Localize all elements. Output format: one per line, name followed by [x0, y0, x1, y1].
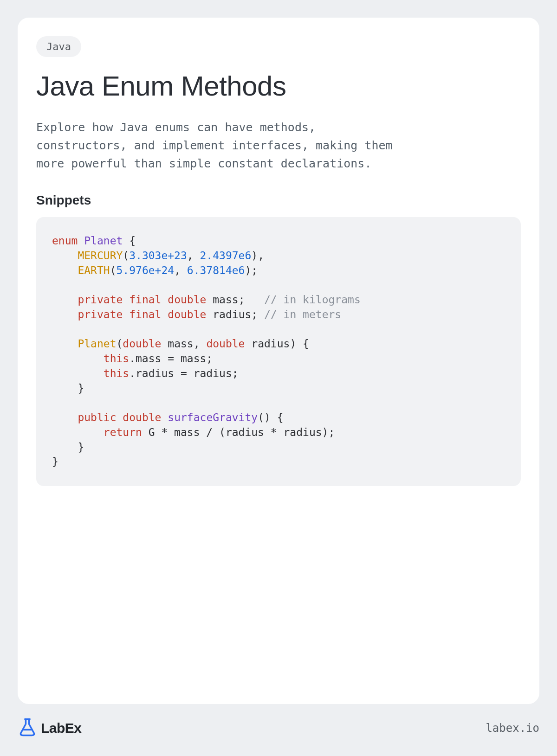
snippets-heading: Snippets	[36, 193, 521, 208]
page-description: Explore how Java enums can have methods,…	[36, 119, 398, 173]
page-footer: LabEx labex.io	[18, 714, 539, 742]
site-url: labex.io	[486, 722, 539, 735]
code-snippet: enum Planet { MERCURY(3.303e+23, 2.4397e…	[36, 217, 521, 486]
brand-name: LabEx	[41, 720, 82, 736]
flask-icon	[18, 718, 37, 739]
content-card: Java Java Enum Methods Explore how Java …	[18, 18, 539, 704]
language-tag: Java	[36, 36, 81, 57]
page-title: Java Enum Methods	[36, 70, 521, 102]
brand-logo: LabEx	[18, 718, 82, 739]
